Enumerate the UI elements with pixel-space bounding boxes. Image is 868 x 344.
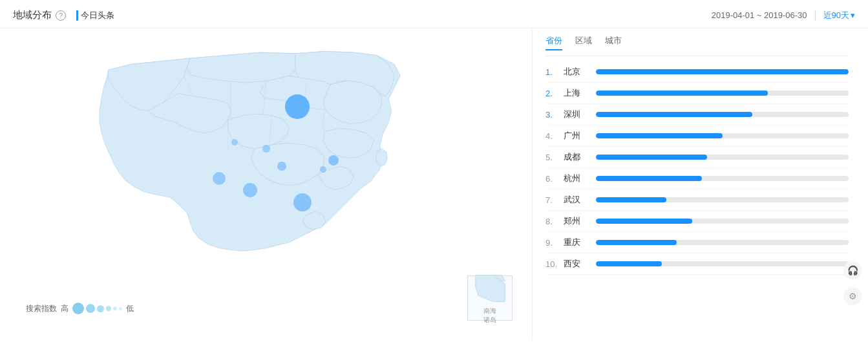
city-name: 成都: [564, 151, 596, 163]
legend-circle-6: [119, 307, 122, 310]
ranking-item: 10.西安: [545, 253, 849, 275]
bar-container: [596, 69, 849, 74]
bar-container: [596, 155, 849, 160]
bubble-xian: [231, 139, 238, 145]
rank-number: 5.: [545, 153, 564, 162]
bubble-beijing: [285, 94, 310, 119]
rank-number: 7.: [545, 195, 564, 205]
rank-number: 2.: [545, 89, 564, 98]
ranking-item: 9.重庆: [545, 232, 849, 253]
city-name: 广州: [564, 130, 596, 142]
legend-circle-1: [72, 303, 84, 314]
headset-button[interactable]: 🎧: [843, 261, 862, 279]
search-index-label: 搜索指数: [26, 303, 57, 314]
south-sea-inset: 南海诸岛: [467, 275, 513, 321]
bubble-zhengzhou: [262, 145, 270, 153]
china-map-wrapper: 南海诸岛 搜索指数 高 低: [6, 35, 525, 334]
low-label: 低: [126, 303, 134, 314]
bar-container: [596, 133, 849, 138]
ranking-item: 3.深圳: [545, 104, 849, 125]
city-name: 杭州: [564, 173, 596, 184]
help-icon[interactable]: ?: [56, 10, 66, 21]
bar-fill: [596, 91, 768, 96]
ranking-item: 8.郑州: [545, 211, 849, 232]
rank-number: 6.: [545, 174, 564, 184]
page-title: 地域分布: [13, 9, 52, 21]
ranking-item: 5.成都: [545, 147, 849, 168]
vertical-divider: [815, 10, 816, 21]
source-tag: 今日头条: [76, 10, 114, 21]
ranking-list: 1.北京2.上海3.深圳4.广州5.成都6.杭州7.武汉8.郑州9.重庆10.西…: [545, 61, 849, 275]
high-label: 高: [61, 303, 69, 314]
ranking-item: 2.上海: [545, 83, 849, 104]
rank-number: 9.: [545, 238, 564, 248]
legend-circle-5: [113, 306, 117, 310]
rank-number: 4.: [545, 131, 564, 141]
tab-region[interactable]: 区域: [575, 35, 592, 50]
source-bar-decoration: [76, 10, 78, 21]
bar-fill: [596, 112, 752, 117]
rank-number: 1.: [545, 67, 564, 77]
bubble-chengdu: [213, 172, 226, 185]
right-icons-panel: 🎧 ⚙: [843, 261, 862, 305]
rank-number: 3.: [545, 110, 564, 120]
map-section: 南海诸岛 搜索指数 高 低: [0, 28, 532, 340]
legend-circle-3: [97, 305, 104, 312]
city-name: 武汉: [564, 194, 596, 206]
south-sea-label: 南海诸岛: [472, 306, 508, 325]
bar-fill: [596, 176, 702, 181]
gear-icon: ⚙: [849, 291, 857, 301]
bar-fill: [596, 219, 692, 224]
bubble-hangzhou: [320, 166, 326, 173]
city-name: 深圳: [564, 109, 596, 120]
bubble-chongqing: [243, 183, 257, 197]
title-section: 地域分布 ?: [13, 9, 66, 21]
source-label: 今日头条: [81, 10, 114, 21]
bar-fill: [596, 261, 662, 266]
bar-container: [596, 261, 849, 266]
settings-button[interactable]: ⚙: [843, 287, 862, 305]
bar-container: [596, 219, 849, 224]
header-left: 地域分布 ? 今日头条: [13, 9, 114, 21]
rank-number: 10.: [545, 259, 564, 269]
ranking-item: 1.北京: [545, 61, 849, 83]
bar-fill: [596, 133, 723, 138]
bar-fill: [596, 240, 677, 245]
bar-container: [596, 197, 849, 202]
ranking-item: 6.杭州: [545, 168, 849, 189]
headset-icon: 🎧: [847, 265, 858, 275]
city-name: 西安: [564, 258, 596, 270]
tab-province[interactable]: 省份: [545, 35, 562, 50]
period-button[interactable]: 近90天 ▾: [823, 10, 855, 21]
city-name: 重庆: [564, 237, 596, 248]
bar-container: [596, 112, 849, 117]
city-name: 上海: [564, 87, 596, 99]
chevron-down-icon: ▾: [851, 10, 855, 20]
legend-circle-2: [86, 304, 95, 313]
legend-circles: [72, 303, 122, 314]
map-legend: 搜索指数 高 低: [26, 303, 134, 314]
ranking-item: 4.广州: [545, 125, 849, 147]
header-right: 2019-04-01 ~ 2019-06-30 近90天 ▾: [712, 10, 855, 21]
ranking-item: 7.武汉: [545, 189, 849, 211]
page-header: 地域分布 ? 今日头条 2019-04-01 ~ 2019-06-30 近90天…: [0, 0, 868, 28]
city-name: 北京: [564, 66, 596, 78]
bar-fill: [596, 197, 666, 202]
legend-circle-4: [106, 306, 111, 311]
tabs-row: 省份 区域 城市: [545, 35, 849, 56]
china-map-svg: [6, 35, 525, 298]
bar-fill: [596, 155, 707, 160]
bar-container: [596, 176, 849, 181]
bar-container: [596, 240, 849, 245]
south-sea-map: [472, 272, 508, 305]
right-panel: 省份 区域 城市 1.北京2.上海3.深圳4.广州5.成都6.杭州7.武汉8.郑…: [532, 28, 868, 340]
tab-city[interactable]: 城市: [605, 35, 622, 50]
city-name: 郑州: [564, 215, 596, 227]
main-content: 南海诸岛 搜索指数 高 低 省份 区域: [0, 28, 868, 340]
bar-fill: [596, 69, 849, 74]
bar-container: [596, 91, 849, 96]
period-label: 近90天: [823, 10, 849, 21]
bubble-wuhan: [277, 162, 286, 171]
rank-number: 8.: [545, 217, 564, 226]
bubble-shanghai: [328, 155, 339, 166]
